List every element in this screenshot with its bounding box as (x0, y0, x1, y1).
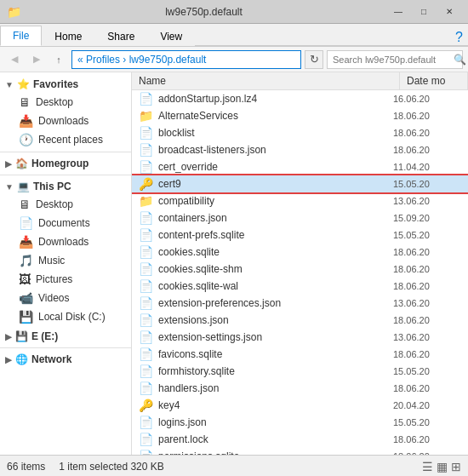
file-name: AlternateServices (158, 110, 393, 122)
file-icon: 📄 (139, 245, 153, 259)
address-path[interactable]: « Profiles › lw9e750p.default (71, 50, 301, 69)
pictures-icon: 🖼 (19, 272, 31, 286)
header-date[interactable]: Date mo (400, 72, 468, 89)
search-icon: 🔍 (454, 54, 466, 66)
sidebar-section-network: ▶ 🌐 Network (0, 351, 131, 368)
table-row[interactable]: 📄broadcast-listeners.json18.06.20 (132, 141, 468, 158)
file-icon: 📁 (139, 109, 153, 123)
sidebar-item-downloads[interactable]: 📥 Downloads (0, 112, 131, 130)
file-icon: 🔑 (139, 399, 153, 412)
sidebar-item-documents[interactable]: 📄 Documents (0, 214, 131, 232)
tab-home[interactable]: Home (42, 26, 94, 46)
list-view-icon[interactable]: ☰ (422, 460, 433, 473)
table-row[interactable]: 📄cookies.sqlite-wal18.06.20 (132, 278, 468, 295)
file-list: Name Date mo 📄addonStartup.json.lz416.06… (132, 72, 468, 455)
table-row[interactable]: 📄blocklist18.06.20 (132, 124, 468, 141)
localDisk-icon: 💾 (19, 310, 33, 324)
table-row[interactable]: 📄content-prefs.sqlite15.05.20 (132, 227, 468, 244)
table-row[interactable]: 📄cookies.sqlite-shm18.06.20 (132, 261, 468, 278)
minimize-button[interactable]: — (386, 2, 410, 22)
details-view-icon[interactable]: ▦ (437, 460, 448, 473)
file-date: 18.06.20 (393, 434, 461, 444)
file-date: 15.09.20 (393, 213, 461, 223)
file-name: content-prefs.sqlite (158, 229, 393, 241)
sidebar-thispc-downloads-label: Downloads (38, 236, 88, 248)
table-row[interactable]: 🔑key420.04.20 (132, 397, 468, 414)
file-icon: 📄 (139, 364, 153, 378)
file-icon: 📄 (139, 279, 153, 293)
file-date: 18.06.20 (393, 451, 461, 455)
file-icon: 📄 (139, 416, 153, 429)
favorites-icon: ⭐ (17, 78, 30, 90)
sidebar-item-pictures[interactable]: 🖼 Pictures (0, 270, 131, 289)
sidebar-header-edrive[interactable]: ▶ 💾 E (E:) (0, 328, 131, 345)
table-row[interactable]: 📄formhistory.sqlite15.05.20 (132, 363, 468, 380)
sidebar-item-thispc-downloads[interactable]: 📥 Downloads (0, 232, 131, 251)
up-button[interactable]: ↑ (49, 50, 68, 69)
table-row[interactable]: 📄permissions.sqlite18.06.20 (132, 448, 468, 455)
table-row[interactable]: 📄handlers.json18.06.20 (132, 380, 468, 397)
back-button[interactable]: ◀ (5, 50, 24, 69)
sidebar-homegroup-label: Homegroup (31, 158, 88, 169)
file-name: cookies.sqlite-wal (158, 280, 393, 292)
sidebar-item-thispc-desktop[interactable]: 🖥 Desktop (0, 195, 131, 214)
sidebar-item-videos[interactable]: 📹 Videos (0, 289, 131, 307)
table-row[interactable]: 📄containers.json15.09.20 (132, 209, 468, 227)
sidebar-item-recent[interactable]: 🕐 Recent places (0, 130, 131, 149)
file-icon: 📄 (139, 228, 153, 242)
file-date: 15.05.20 (393, 230, 461, 240)
table-row[interactable]: 📄extension-preferences.json13.06.20 (132, 295, 468, 312)
tab-file[interactable]: File (0, 26, 42, 46)
file-icon: 📄 (139, 92, 153, 106)
sidebar-item-desktop[interactable]: 🖥 Desktop (0, 93, 131, 112)
maximize-button[interactable]: □ (412, 2, 436, 22)
sidebar-thispc-label: This PC (33, 181, 71, 192)
table-row[interactable]: 📄addonStartup.json.lz416.06.20 (132, 90, 468, 107)
table-row[interactable]: 📄extensions.json18.06.20 (132, 312, 468, 329)
table-row[interactable]: 📄logins.json15.05.20 (132, 414, 468, 431)
sidebar: ▼ ⭐ Favorites 🖥 Desktop 📥 Downloads 🕐 Re… (0, 72, 132, 455)
large-icons-icon[interactable]: ⊞ (451, 460, 461, 473)
file-name: containers.json (158, 212, 393, 224)
table-row[interactable]: 📄cert_override11.04.20 (132, 158, 468, 175)
file-name: favicons.sqlite (158, 348, 393, 360)
file-date: 15.05.20 (393, 417, 461, 427)
tab-view[interactable]: View (147, 26, 195, 46)
sidebar-item-localDisk[interactable]: 💾 Local Disk (C:) (0, 307, 131, 326)
table-row[interactable]: 📁AlternateServices18.06.20 (132, 107, 468, 124)
search-input[interactable] (333, 54, 450, 65)
file-date: 18.06.20 (393, 128, 461, 138)
table-row[interactable]: 📄favicons.sqlite18.06.20 (132, 346, 468, 363)
item-count: 66 items (7, 461, 45, 473)
table-row[interactable]: 📄cookies.sqlite18.06.20 (132, 244, 468, 261)
forward-button[interactable]: ▶ (27, 50, 46, 69)
sidebar-music-label: Music (38, 255, 65, 267)
sidebar-header-thispc[interactable]: ▼ 💻 This PC (0, 178, 131, 195)
network-icon: 🌐 (15, 353, 28, 365)
table-row[interactable]: 📁compatibility13.06.20 (132, 192, 468, 209)
network-arrow-icon: ▶ (5, 355, 12, 364)
help-icon[interactable]: ? (455, 30, 463, 45)
sidebar-header-homegroup[interactable]: ▶ 🏠 Homegroup (0, 155, 131, 172)
window-controls[interactable]: — □ ✕ (386, 2, 461, 22)
table-row[interactable]: 📄parent.lock18.06.20 (132, 431, 468, 448)
file-date: 13.06.20 (393, 196, 461, 206)
sidebar-header-favorites[interactable]: ▼ ⭐ Favorites (0, 76, 131, 93)
sidebar-edrive-label: E (E:) (31, 330, 58, 342)
table-row[interactable]: 📄extension-settings.json13.06.20 (132, 329, 468, 346)
window-icon-group: 📁 (7, 5, 21, 19)
sidebar-item-music[interactable]: 🎵 Music (0, 251, 131, 270)
file-name: handlers.json (158, 382, 393, 394)
refresh-button[interactable]: ↻ (305, 50, 323, 69)
file-icon: 📄 (139, 313, 153, 327)
file-icon: 📄 (139, 143, 153, 157)
sidebar-header-network[interactable]: ▶ 🌐 Network (0, 351, 131, 368)
tab-share[interactable]: Share (94, 26, 147, 46)
search-box[interactable]: 🔍 (327, 50, 463, 69)
table-row[interactable]: 🔑cert915.05.20 (132, 175, 468, 192)
close-button[interactable]: ✕ (437, 2, 461, 22)
sidebar-network-label: Network (31, 353, 71, 365)
file-name: permissions.sqlite (158, 450, 393, 455)
header-name[interactable]: Name (132, 72, 400, 89)
selected-info: 1 item selected 320 KB (59, 461, 163, 473)
